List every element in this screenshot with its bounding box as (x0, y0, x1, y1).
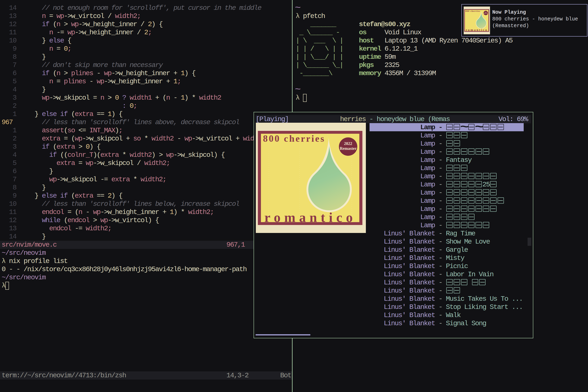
svg-text:800 cherries: 800 cherries (465, 10, 480, 12)
svg-text:800 cherries: 800 cherries (263, 133, 325, 144)
svg-text:Remaster: Remaster (484, 13, 488, 14)
svg-text:romantico: romantico (264, 210, 356, 225)
svg-text:romantico: romantico (466, 28, 488, 32)
svg-text:2022: 2022 (485, 12, 487, 13)
svg-text:2022: 2022 (344, 141, 352, 146)
svg-text:Remaster: Remaster (340, 146, 356, 151)
